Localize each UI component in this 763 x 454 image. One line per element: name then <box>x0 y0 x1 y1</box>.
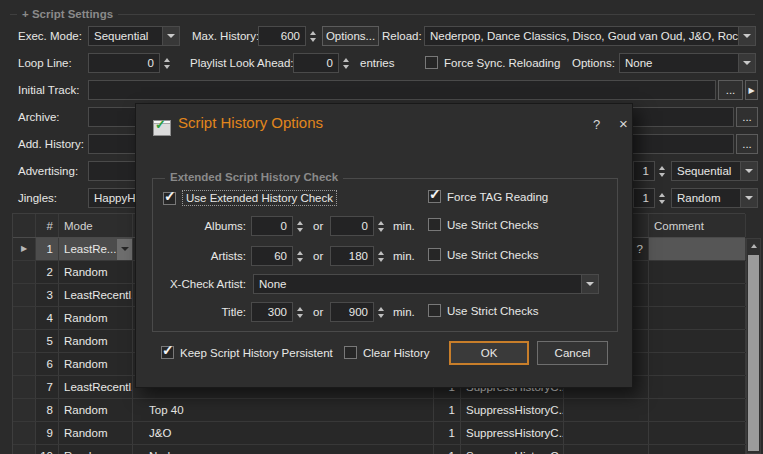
loop-line-spinner[interactable]: 0 <box>88 53 173 73</box>
spinner-arrows-icon[interactable] <box>293 246 306 266</box>
comment-cell[interactable] <box>649 376 746 398</box>
extra-cell[interactable] <box>564 399 649 421</box>
spinner-arrows-icon[interactable] <box>306 26 319 46</box>
keep-history-persistent-checkbox[interactable]: ✓ Keep Script History Persistent <box>161 346 333 359</box>
force-sync-reloading-checkbox[interactable]: ✓ Force Sync. Reloading <box>425 56 560 69</box>
cancel-button[interactable]: Cancel <box>537 341 608 365</box>
options-cell[interactable]: SuppressHistoryC... <box>461 445 564 454</box>
header-mode[interactable]: Mode <box>59 214 133 237</box>
count-cell[interactable]: 1 <box>434 399 461 421</box>
spinner-arrows-icon[interactable] <box>374 216 387 236</box>
comment-cell[interactable] <box>649 307 746 329</box>
mode-cell[interactable]: Random <box>59 330 133 352</box>
row-number-cell[interactable]: 5 <box>36 330 59 352</box>
ok-button[interactable]: OK <box>449 341 529 365</box>
initial-track-browse-button[interactable]: ... <box>718 80 743 100</box>
advertising-mode-combo[interactable]: Sequential <box>671 161 758 181</box>
spinner-arrows-icon[interactable] <box>655 188 668 208</box>
table-vertical-scrollbar[interactable] <box>746 238 761 454</box>
name-cell[interactable]: Top 40 <box>133 399 434 421</box>
artists-use-strict-checks-checkbox[interactable]: ✓ Use Strict Checks <box>428 248 538 261</box>
header-number[interactable]: # <box>36 214 59 237</box>
albums-count-spinner[interactable]: 0 <box>251 216 306 236</box>
help-button[interactable]: ? <box>593 117 600 132</box>
comment-cell[interactable] <box>649 353 746 375</box>
row-number-cell[interactable]: 9 <box>36 422 59 444</box>
row-number-cell[interactable]: 4 <box>36 307 59 329</box>
chevron-down-icon[interactable] <box>738 54 755 72</box>
title-use-strict-checks-checkbox[interactable]: ✓ Use Strict Checks <box>428 304 538 317</box>
mode-cell[interactable]: Random <box>59 445 133 454</box>
chevron-down-icon[interactable] <box>740 162 757 180</box>
reload-combo[interactable]: Nederpop, Dance Classics, Disco, Goud va… <box>424 26 756 46</box>
mode-cell[interactable]: LeastRecentl. <box>59 284 133 306</box>
row-number-cell[interactable]: 6 <box>36 353 59 375</box>
comment-cell[interactable] <box>649 261 746 283</box>
spinner-arrows-icon[interactable] <box>293 302 306 322</box>
jingles-count-spinner[interactable]: 1 <box>633 188 668 208</box>
mode-cell[interactable]: LeastRecentl. <box>59 376 133 398</box>
table-row[interactable]: ▶ 9 Random J&O 1 SuppressHistoryC... <box>13 422 745 445</box>
jingles-mode-combo[interactable]: Random <box>671 188 758 208</box>
comment-cell[interactable] <box>649 399 746 421</box>
name-cell[interactable]: J&O <box>133 422 434 444</box>
spinner-arrows-icon[interactable] <box>374 302 387 322</box>
comment-cell[interactable] <box>649 445 746 454</box>
mode-cell[interactable]: Random <box>59 261 133 283</box>
header-comment[interactable]: Comment <box>649 214 746 237</box>
comment-cell[interactable] <box>649 422 746 444</box>
spinner-arrows-icon[interactable] <box>655 161 668 181</box>
chevron-down-icon[interactable] <box>162 27 179 45</box>
archive-browse-button[interactable]: ... <box>736 107 758 127</box>
comment-cell[interactable] <box>649 330 746 352</box>
mode-cell[interactable]: Random <box>59 422 133 444</box>
options-combo[interactable]: None <box>619 53 756 73</box>
name-cell[interactable]: Ned... <box>133 445 434 454</box>
close-button[interactable]: × <box>619 115 628 132</box>
row-number-cell[interactable]: 1 <box>36 238 59 260</box>
artists-min-spinner[interactable]: 180 <box>330 246 387 266</box>
extra-cell[interactable] <box>564 445 649 454</box>
comment-cell[interactable] <box>649 284 746 306</box>
add-history-browse-button[interactable]: ... <box>736 134 758 154</box>
playlist-look-ahead-spinner[interactable]: 0 <box>293 53 352 73</box>
row-number-cell[interactable]: 2 <box>36 261 59 283</box>
row-number-cell[interactable]: 3 <box>36 284 59 306</box>
albums-min-spinner[interactable]: 0 <box>330 216 387 236</box>
chevron-down-icon[interactable] <box>581 275 598 293</box>
row-number-cell[interactable]: 8 <box>36 399 59 421</box>
mode-cell[interactable]: Random <box>59 399 133 421</box>
spinner-arrows-icon[interactable] <box>374 246 387 266</box>
initial-track-field[interactable] <box>88 80 716 100</box>
xcheck-artist-combo[interactable]: None <box>253 274 599 294</box>
scrollbar-thumb[interactable] <box>748 255 759 451</box>
comment-cell[interactable] <box>649 238 746 260</box>
options-cell[interactable]: SuppressHistoryC... <box>461 399 564 421</box>
spinner-arrows-icon[interactable] <box>293 216 306 236</box>
count-cell[interactable]: 1 <box>434 422 461 444</box>
force-tag-reading-checkbox[interactable]: ✓ Force TAG Reading <box>428 190 548 203</box>
table-row[interactable]: ▶ 8 Random Top 40 1 SuppressHistoryC... <box>13 399 745 422</box>
extra-cell[interactable] <box>564 422 649 444</box>
options-button[interactable]: Options... <box>322 26 379 46</box>
title-count-spinner[interactable]: 300 <box>251 302 306 322</box>
advertising-count-spinner[interactable]: 1 <box>633 161 668 181</box>
title-min-spinner[interactable]: 900 <box>330 302 387 322</box>
albums-use-strict-checks-checkbox[interactable]: ✓ Use Strict Checks <box>428 218 538 231</box>
spinner-arrows-icon[interactable] <box>339 53 352 73</box>
row-number-cell[interactable]: 7 <box>36 376 59 398</box>
options-cell[interactable]: SuppressHistoryC... <box>461 422 564 444</box>
count-cell[interactable]: 1 <box>434 445 461 454</box>
use-extended-history-checkbox[interactable]: ✓ Use Extended History Check <box>163 190 337 206</box>
table-row[interactable]: ▶ 10 Random Ned... 1 SuppressHistoryC... <box>13 445 745 454</box>
chevron-down-icon[interactable] <box>740 189 757 207</box>
clear-history-checkbox[interactable]: ✓ Clear History <box>344 346 429 359</box>
max-history-spinner[interactable]: 600 <box>258 26 319 46</box>
exec-mode-combo[interactable]: Sequential <box>88 26 180 46</box>
initial-track-play-button[interactable]: ▶ <box>745 80 758 100</box>
mode-cell[interactable]: Random <box>59 353 133 375</box>
spinner-arrows-icon[interactable] <box>160 53 173 73</box>
mode-cell[interactable]: Random <box>59 307 133 329</box>
mode-dropdown-button[interactable] <box>117 239 132 260</box>
row-number-cell[interactable]: 10 <box>36 445 59 454</box>
